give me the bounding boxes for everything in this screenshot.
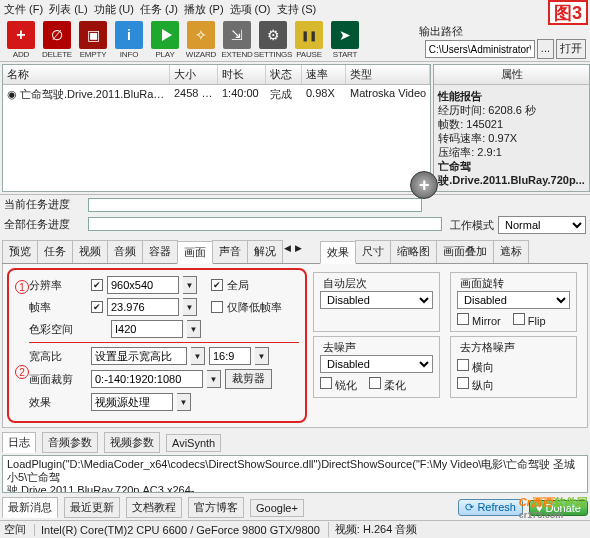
- fps-checkbox[interactable]: ✔: [91, 301, 103, 313]
- crop-dd-icon[interactable]: ▼: [207, 370, 221, 388]
- tab-google[interactable]: Google+: [250, 499, 304, 517]
- extend-button[interactable]: EXTEND: [220, 21, 254, 59]
- tab-audio[interactable]: 音频: [107, 240, 143, 263]
- fps-input[interactable]: [107, 298, 179, 316]
- tab-log[interactable]: 日志: [2, 432, 36, 453]
- extend-icon: [223, 21, 251, 49]
- menu-options[interactable]: 选项 (O): [230, 2, 271, 17]
- tab-video-params[interactable]: 视频参数: [104, 432, 160, 453]
- empty-icon: [79, 21, 107, 49]
- play-button[interactable]: PLAY: [148, 21, 182, 59]
- start-button[interactable]: START: [328, 21, 362, 59]
- compress-value: 压缩率: 2.9:1: [438, 146, 502, 158]
- rotate-select[interactable]: Disabled: [457, 291, 570, 309]
- lowfps-checkbox[interactable]: [211, 301, 223, 313]
- workmode-label: 工作模式: [450, 218, 494, 233]
- tab-picture[interactable]: 画面: [177, 241, 213, 264]
- tab-audio-params[interactable]: 音频参数: [42, 432, 98, 453]
- tab-news[interactable]: 最新消息: [2, 497, 58, 518]
- all-progress-label: 全部任务进度: [4, 217, 84, 232]
- browse-button[interactable]: ...: [537, 39, 554, 59]
- tab-preview[interactable]: 预览: [2, 240, 38, 263]
- tab-status[interactable]: 解况: [247, 240, 283, 263]
- col-name[interactable]: 名称: [3, 65, 170, 84]
- vertical-checkbox[interactable]: [457, 377, 469, 389]
- open-button[interactable]: 打开: [556, 39, 586, 59]
- info-button[interactable]: INFO: [112, 21, 146, 59]
- soften-label: 柔化: [384, 379, 406, 391]
- soften-checkbox[interactable]: [369, 377, 381, 389]
- settings-button[interactable]: SETTINGS: [256, 21, 290, 59]
- current-progress-bar: [88, 198, 422, 212]
- tab-blog[interactable]: 官方博客: [188, 497, 244, 518]
- status-bar: 空间 Intel(R) Core(TM)2 CPU 6600 / GeForce…: [0, 520, 590, 538]
- tab-task[interactable]: 任务: [37, 240, 73, 263]
- tab-effect[interactable]: 效果: [320, 241, 356, 264]
- flip-label: Flip: [528, 315, 546, 327]
- pause-button[interactable]: PAUSE: [292, 21, 326, 59]
- mirror-checkbox[interactable]: [457, 313, 469, 325]
- table-row[interactable]: ◉ 亡命驾驶.Drive.2011.BluRay.720p.AC3... 245…: [3, 85, 430, 104]
- tab-avisynth[interactable]: AviSynth: [166, 434, 221, 452]
- flip-checkbox[interactable]: [513, 313, 525, 325]
- autolayer-label: 自动层次: [320, 276, 370, 291]
- aspect-mode-dd-icon[interactable]: ▼: [191, 347, 205, 365]
- effect-dd-icon[interactable]: ▼: [177, 393, 191, 411]
- fps-dd-icon[interactable]: ▼: [183, 298, 197, 316]
- col-state[interactable]: 状态: [266, 65, 302, 84]
- refresh-button[interactable]: ⟳ Refresh: [458, 499, 523, 516]
- denoise-select[interactable]: Disabled: [320, 355, 433, 373]
- tab-container[interactable]: 容器: [142, 240, 178, 263]
- colorspace-dd-icon[interactable]: ▼: [187, 320, 201, 338]
- menu-help[interactable]: 支持 (S): [277, 2, 317, 17]
- menu-task[interactable]: 任务 (J): [140, 2, 178, 17]
- horizontal-checkbox[interactable]: [457, 359, 469, 371]
- file-list[interactable]: 名称 大小 时长 状态 速率 类型 ◉ 亡命驾驶.Drive.2011.BluR…: [2, 64, 431, 192]
- autolayer-select[interactable]: Disabled: [320, 291, 433, 309]
- tab-docs[interactable]: 文档教程: [126, 497, 182, 518]
- output-path-input[interactable]: [425, 40, 535, 58]
- aspect-value-dd-icon[interactable]: ▼: [255, 347, 269, 365]
- tab-mask[interactable]: 遮标: [493, 240, 529, 263]
- cropper-button[interactable]: 裁剪器: [225, 369, 272, 389]
- resolution-dd-icon[interactable]: ▼: [183, 276, 197, 294]
- aspect-value-select[interactable]: [209, 347, 251, 365]
- workmode-select[interactable]: Normal: [498, 216, 586, 234]
- menu-list[interactable]: 列表 (L): [49, 2, 88, 17]
- tabs-left-arrow-icon[interactable]: ◀: [282, 240, 293, 263]
- menu-file[interactable]: 文件 (F): [4, 2, 43, 17]
- resolution-checkbox[interactable]: ✔: [91, 279, 103, 291]
- source-file: 亡命驾驶.Drive.2011.BluRay.720p...: [438, 160, 585, 186]
- add-ball-icon[interactable]: +: [410, 171, 438, 199]
- tab-overlay[interactable]: 画面叠加: [436, 240, 494, 263]
- col-duration[interactable]: 时长: [218, 65, 266, 84]
- wizard-button[interactable]: WIZARD: [184, 21, 218, 59]
- col-size[interactable]: 大小: [170, 65, 218, 84]
- col-type[interactable]: 类型: [346, 65, 430, 84]
- resolution-input[interactable]: [107, 276, 179, 294]
- colorspace-label: 色彩空间: [29, 322, 87, 337]
- mirror-label: Mirror: [472, 315, 501, 327]
- tabs-right-arrow-icon[interactable]: ▶: [293, 240, 304, 263]
- sharpen-checkbox[interactable]: [320, 377, 332, 389]
- empty-button[interactable]: EMPTY: [76, 21, 110, 59]
- global-checkbox[interactable]: ✔: [211, 279, 223, 291]
- crop-input[interactable]: [91, 370, 203, 388]
- status-space: 空间: [4, 522, 26, 537]
- tab-updates[interactable]: 最近更新: [64, 497, 120, 518]
- menu-func[interactable]: 功能 (U): [94, 2, 134, 17]
- colorspace-select[interactable]: [111, 320, 183, 338]
- vertical-label: 纵向: [472, 379, 494, 391]
- delete-button[interactable]: DELETE: [40, 21, 74, 59]
- effect-select[interactable]: [91, 393, 173, 411]
- menu-play[interactable]: 播放 (P): [184, 2, 224, 17]
- tab-video[interactable]: 视频: [72, 240, 108, 263]
- picture-settings-group: 1 2 分辨率 ✔ ▼ ✔ 全局 帧率 ✔ ▼ 仅降低帧率 色彩空间 ▼ 宽高比…: [7, 268, 307, 423]
- aspect-mode-select[interactable]: [91, 347, 187, 365]
- log-output[interactable]: LoadPlugin("D:\MediaCoder_x64\codecs\Dir…: [2, 455, 588, 493]
- add-button[interactable]: ADD: [4, 21, 38, 59]
- tab-thumb[interactable]: 缩略图: [390, 240, 437, 263]
- tab-size[interactable]: 尺寸: [355, 240, 391, 263]
- tab-sound[interactable]: 声音: [212, 240, 248, 263]
- col-rate[interactable]: 速率: [302, 65, 346, 84]
